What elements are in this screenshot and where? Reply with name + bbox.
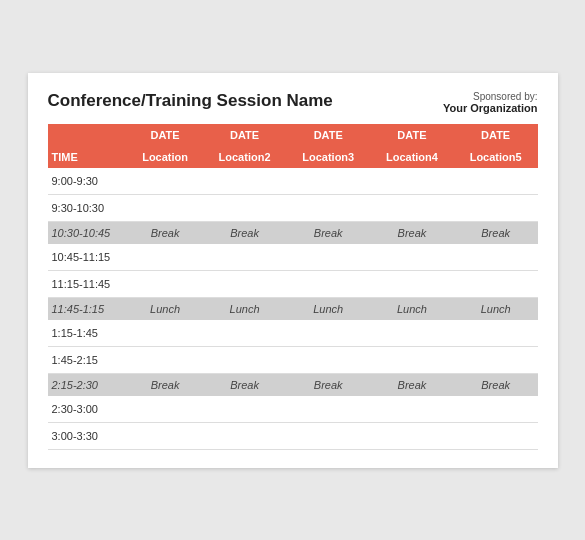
schedule-table: DATE DATE DATE DATE DATE TIME Location L… <box>48 124 538 450</box>
data-cell <box>128 168 203 195</box>
data-cell <box>454 244 538 271</box>
data-cell <box>370 270 454 297</box>
data-cell <box>128 422 203 449</box>
data-cell <box>128 396 203 423</box>
conference-title: Conference/Training Session Name <box>48 91 333 111</box>
data-cell <box>370 168 454 195</box>
data-cell: Break <box>286 373 370 396</box>
date-header-col2: DATE <box>203 124 287 146</box>
time-cell: 11:45-1:15 <box>48 297 128 320</box>
data-cell <box>370 194 454 221</box>
table-row: 2:30-3:00 <box>48 396 538 423</box>
location-subheader-row: TIME Location Location2 Location3 Locati… <box>48 146 538 168</box>
data-cell: Break <box>370 373 454 396</box>
data-cell <box>454 422 538 449</box>
schedule-body: 9:00-9:309:30-10:3010:30-10:45BreakBreak… <box>48 168 538 450</box>
date-header-row: DATE DATE DATE DATE DATE <box>48 124 538 146</box>
data-cell <box>370 422 454 449</box>
data-cell <box>286 270 370 297</box>
data-cell <box>370 346 454 373</box>
time-cell: 3:00-3:30 <box>48 422 128 449</box>
data-cell <box>128 346 203 373</box>
data-cell <box>286 320 370 347</box>
table-row: 10:30-10:45BreakBreakBreakBreakBreak <box>48 221 538 244</box>
data-cell: Break <box>370 221 454 244</box>
time-header-cell <box>48 124 128 146</box>
data-cell <box>454 396 538 423</box>
data-cell <box>286 168 370 195</box>
sponsored-by-label: Sponsored by: <box>443 91 538 102</box>
data-cell: Lunch <box>203 297 287 320</box>
page-container: Conference/Training Session Name Sponsor… <box>28 73 558 468</box>
data-cell <box>203 422 287 449</box>
data-cell <box>128 244 203 271</box>
data-cell <box>203 396 287 423</box>
data-cell <box>454 168 538 195</box>
data-cell <box>370 320 454 347</box>
data-cell: Lunch <box>286 297 370 320</box>
date-header-col3: DATE <box>286 124 370 146</box>
data-cell <box>454 320 538 347</box>
date-header-col1: DATE <box>128 124 203 146</box>
table-row: 1:15-1:45 <box>48 320 538 347</box>
sponsor-block: Sponsored by: Your Organization <box>443 91 538 114</box>
data-cell <box>454 346 538 373</box>
data-cell <box>203 320 287 347</box>
data-cell: Lunch <box>454 297 538 320</box>
data-cell: Break <box>128 373 203 396</box>
location-subheader-col4: Location4 <box>370 146 454 168</box>
data-cell: Lunch <box>128 297 203 320</box>
date-header-col5: DATE <box>454 124 538 146</box>
data-cell <box>203 194 287 221</box>
data-cell: Break <box>128 221 203 244</box>
data-cell <box>203 244 287 271</box>
table-row: 2:15-2:30BreakBreakBreakBreakBreak <box>48 373 538 396</box>
data-cell: Break <box>203 221 287 244</box>
time-cell: 9:30-10:30 <box>48 194 128 221</box>
table-row: 11:15-11:45 <box>48 270 538 297</box>
data-cell <box>286 244 370 271</box>
table-row: 1:45-2:15 <box>48 346 538 373</box>
table-row: 11:45-1:15LunchLunchLunchLunchLunch <box>48 297 538 320</box>
page-header: Conference/Training Session Name Sponsor… <box>48 91 538 114</box>
location-subheader-col2: Location2 <box>203 146 287 168</box>
date-header-col4: DATE <box>370 124 454 146</box>
data-cell <box>128 320 203 347</box>
data-cell <box>286 194 370 221</box>
data-cell: Lunch <box>370 297 454 320</box>
sponsor-org-name: Your Organization <box>443 102 538 114</box>
table-row: 3:00-3:30 <box>48 422 538 449</box>
data-cell: Break <box>286 221 370 244</box>
data-cell <box>454 194 538 221</box>
time-cell: 1:45-2:15 <box>48 346 128 373</box>
table-row: 9:00-9:30 <box>48 168 538 195</box>
data-cell <box>286 422 370 449</box>
time-cell: 2:30-3:00 <box>48 396 128 423</box>
time-cell: 2:15-2:30 <box>48 373 128 396</box>
data-cell: Break <box>203 373 287 396</box>
data-cell <box>454 270 538 297</box>
data-cell <box>203 346 287 373</box>
location-subheader-col1: Location <box>128 146 203 168</box>
time-subheader-cell: TIME <box>48 146 128 168</box>
data-cell <box>203 270 287 297</box>
data-cell: Break <box>454 221 538 244</box>
data-cell <box>370 396 454 423</box>
table-row: 9:30-10:30 <box>48 194 538 221</box>
time-cell: 1:15-1:45 <box>48 320 128 347</box>
time-cell: 10:30-10:45 <box>48 221 128 244</box>
table-row: 10:45-11:15 <box>48 244 538 271</box>
time-cell: 9:00-9:30 <box>48 168 128 195</box>
location-subheader-col3: Location3 <box>286 146 370 168</box>
time-cell: 10:45-11:15 <box>48 244 128 271</box>
data-cell <box>370 244 454 271</box>
data-cell: Break <box>454 373 538 396</box>
data-cell <box>286 346 370 373</box>
data-cell <box>128 194 203 221</box>
data-cell <box>128 270 203 297</box>
data-cell <box>286 396 370 423</box>
location-subheader-col5: Location5 <box>454 146 538 168</box>
time-cell: 11:15-11:45 <box>48 270 128 297</box>
data-cell <box>203 168 287 195</box>
